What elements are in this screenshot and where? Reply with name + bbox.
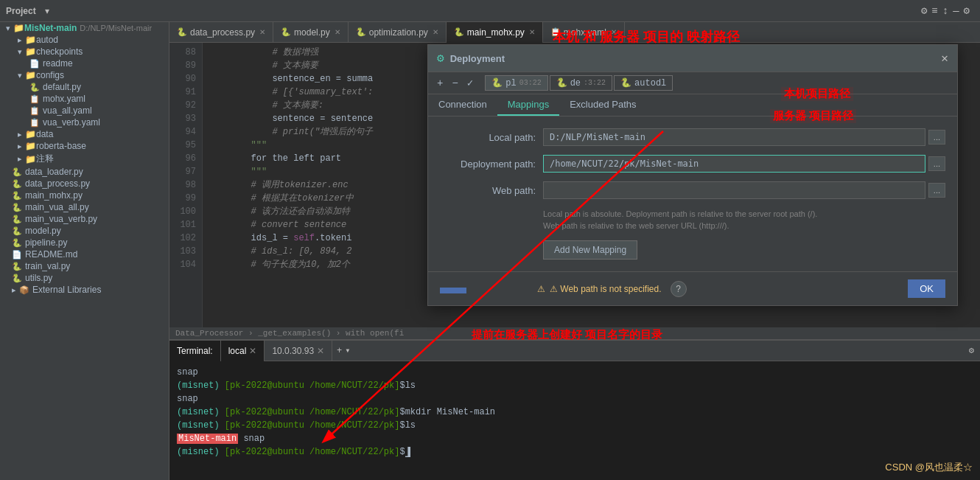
sidebar-item-train-val[interactable]: 🐍 train_val.py bbox=[0, 260, 169, 272]
sidebar-item-readme[interactable]: 📄 readme bbox=[0, 58, 169, 69]
sidebar-label-data-process: data_process.py bbox=[25, 178, 90, 189]
tab-data-process[interactable]: 🐍 data_process.py ✕ bbox=[169, 22, 273, 43]
sidebar-item-notes[interactable]: ▸ 📁 注释 bbox=[0, 152, 169, 166]
tab-icon-mohx-yaml: 📋 bbox=[550, 27, 561, 37]
tab-icon-model: 🐍 bbox=[281, 27, 291, 37]
tab-mohx-yaml[interactable]: 📋 mohx.yaml ✕ bbox=[543, 22, 625, 43]
term-line-snap2: snap bbox=[177, 392, 973, 406]
toolbar-remove-btn[interactable]: − bbox=[449, 76, 461, 91]
toolbar-check-btn[interactable]: ✓ bbox=[464, 75, 476, 91]
tab-model[interactable]: 🐍 model.py ✕ bbox=[273, 22, 349, 43]
deployment-path-browse-btn[interactable]: ... bbox=[928, 156, 945, 171]
tab-optimization[interactable]: 🐍 optimization.py ✕ bbox=[349, 22, 447, 43]
sidebar-item-model[interactable]: 🐍 model.py bbox=[0, 225, 169, 237]
sidebar-item-configs[interactable]: ▾ 📁 configs bbox=[0, 69, 169, 81]
mapping-item-autodl[interactable]: 🐍 autodl bbox=[614, 75, 673, 91]
sidebar-item-utils[interactable]: 🐍 utils.py bbox=[0, 272, 169, 284]
mapping-item-de[interactable]: 🐍 de :3:22 bbox=[550, 75, 612, 91]
sidebar-item-main-vua-verb[interactable]: 🐍 main_vua_verb.py bbox=[0, 213, 169, 225]
tab-close-optimization[interactable]: ✕ bbox=[433, 28, 438, 36]
terminal-content[interactable]: snap (misnet) [pk-2022@ubuntu /home/NCUT… bbox=[169, 361, 980, 480]
web-path-input[interactable] bbox=[543, 181, 925, 199]
sidebar-item-data[interactable]: ▸ 📁 data bbox=[0, 128, 169, 140]
local-path-row: Local path: ... bbox=[440, 128, 945, 146]
bottom-tab-local-label: local bbox=[228, 346, 247, 356]
sidebar-item-external-libs[interactable]: ▸ 📦 External Libraries bbox=[0, 284, 169, 296]
sidebar-item-main-vua-all[interactable]: 🐍 main_vua_all.py bbox=[0, 201, 169, 213]
local-path-input[interactable] bbox=[543, 128, 925, 146]
sidebar-item-pipeline[interactable]: 🐍 pipeline.py bbox=[0, 237, 169, 248]
tab-label-mohx-yaml: mohx.yaml bbox=[564, 27, 606, 38]
project-dropdown-icon[interactable]: ▾ bbox=[45, 6, 49, 16]
sidebar-label-train-val: train_val.py bbox=[25, 261, 70, 271]
py-icon-model: 🐍 bbox=[12, 226, 22, 236]
py-icon-main-vua-verb: 🐍 bbox=[12, 215, 22, 224]
mapping-icon-autodl: 🐍 bbox=[620, 77, 631, 88]
mapping-label-autodl: autodl bbox=[634, 78, 666, 88]
bottom-tab-terminal[interactable]: Terminal: bbox=[169, 341, 221, 361]
mapping-icon-de: 🐍 bbox=[556, 77, 567, 88]
tab-main-mohx[interactable]: 🐍 main_mohx.py ✕ bbox=[447, 22, 543, 43]
sidebar-label-configs: configs bbox=[36, 70, 64, 80]
sidebar-label-readme-md: README.md bbox=[25, 249, 77, 260]
sidebar-item-roberta[interactable]: ▸ 📁 roberta-base bbox=[0, 140, 169, 152]
sidebar-label-default-py: default.py bbox=[43, 82, 81, 92]
icon-list[interactable]: ≡ bbox=[931, 5, 937, 17]
tab-close-main-mohx[interactable]: ✕ bbox=[529, 28, 535, 36]
dialog-ok-btn[interactable]: OK bbox=[908, 279, 945, 298]
help-line2: Web path is relative to the web server U… bbox=[543, 220, 945, 232]
terminal-dropdown[interactable]: ▾ bbox=[345, 345, 350, 356]
yaml-icon-mohx: 📋 bbox=[29, 94, 40, 104]
sidebar-label-mohx-yaml: mohx.yaml bbox=[43, 94, 85, 104]
tab-close-data-process[interactable]: ✕ bbox=[259, 28, 265, 36]
terminal-settings-icon[interactable]: ⚙ bbox=[969, 345, 974, 356]
py-icon-pipeline: 🐍 bbox=[12, 238, 22, 248]
tab-close-model[interactable]: ✕ bbox=[335, 28, 340, 36]
deployment-path-input[interactable] bbox=[543, 155, 925, 173]
folder-icon-roberta: 📁 bbox=[25, 141, 36, 151]
dialog-tab-connection[interactable]: Connection bbox=[428, 94, 497, 116]
local-close[interactable]: ✕ bbox=[249, 346, 256, 356]
server-close[interactable]: ✕ bbox=[317, 346, 324, 356]
dialog-title-bar: ⚙ Deployment ✕ bbox=[428, 45, 957, 72]
sidebar-item-vua-verb-yaml[interactable]: 📋 vua_verb.yaml bbox=[0, 116, 169, 128]
add-terminal-btn[interactable]: + bbox=[337, 346, 342, 356]
expand-icon-ext: ▸ bbox=[12, 285, 16, 295]
dialog-tab-mappings[interactable]: Mappings bbox=[497, 94, 559, 116]
sidebar-item-default-py[interactable]: 🐍 default.py bbox=[0, 81, 169, 93]
deployment-dialog: ⚙ Deployment ✕ + − ✓ 🐍 pl 03:22 bbox=[427, 44, 958, 306]
project-label[interactable]: Project bbox=[6, 6, 36, 16]
sidebar-item-autod[interactable]: ▸ 📁 autod bbox=[0, 34, 169, 46]
mapping-item-pl[interactable]: 🐍 pl 03:22 bbox=[485, 75, 547, 91]
dialog-close-btn[interactable]: ✕ bbox=[941, 51, 948, 66]
sidebar-item-data-process[interactable]: 🐍 data_process.py bbox=[0, 178, 169, 189]
sidebar-label-main-mohx: main_mohx.py bbox=[25, 190, 83, 201]
term-line-ls2: (misnet) [pk-2022@ubuntu /home/NCUT/22/p… bbox=[177, 419, 973, 432]
bottom-tab-server[interactable]: 10.0.30.93 ✕ bbox=[265, 341, 332, 361]
dialog-help-btn[interactable]: ? bbox=[671, 281, 687, 297]
dialog-tabs: Connection Mappings Excluded Paths bbox=[428, 94, 957, 116]
icon-settings[interactable]: ⚙ bbox=[921, 4, 927, 17]
bottom-tab-local[interactable]: local ✕ bbox=[221, 341, 265, 361]
web-path-browse-btn[interactable]: ... bbox=[928, 183, 945, 198]
sidebar-item-mohx-yaml[interactable]: 📋 mohx.yaml bbox=[0, 93, 169, 105]
sidebar-item-data-loader[interactable]: 🐍 data_loader.py bbox=[0, 166, 169, 178]
local-path-browse-btn[interactable]: ... bbox=[928, 130, 945, 145]
sidebar-item-checkpoints[interactable]: ▾ 📁 checkpoints bbox=[0, 46, 169, 58]
sidebar-item-main-mohx[interactable]: 🐍 main_mohx.py bbox=[0, 189, 169, 201]
top-bar: Project ▾ ⚙ ≡ ↕ — ⚙ bbox=[0, 0, 980, 22]
sidebar-item-vua-all-yaml[interactable]: 📋 vua_all.yaml bbox=[0, 105, 169, 116]
add-mapping-btn[interactable]: Add New Mapping bbox=[543, 240, 637, 260]
dialog-title-text: Deployment bbox=[450, 53, 505, 64]
sidebar-label-autod: autod bbox=[36, 35, 58, 45]
folder-icon-notes: 📁 bbox=[25, 154, 36, 164]
toolbar-add-btn[interactable]: + bbox=[434, 76, 446, 91]
sidebar-root[interactable]: ▾ 📁 MisNet-main D:/NLP/MisNet-mair bbox=[0, 22, 169, 34]
icon-sort[interactable]: ↕ bbox=[942, 5, 948, 17]
sidebar-item-readme-md[interactable]: 📄 README.md bbox=[0, 248, 169, 260]
icon-gear[interactable]: ⚙ bbox=[964, 4, 970, 17]
dialog-tab-excluded[interactable]: Excluded Paths bbox=[559, 94, 646, 116]
icon-minus[interactable]: — bbox=[953, 5, 959, 17]
tab-close-mohx-yaml[interactable]: ✕ bbox=[611, 28, 617, 36]
py-icon-train-val: 🐍 bbox=[12, 262, 22, 271]
